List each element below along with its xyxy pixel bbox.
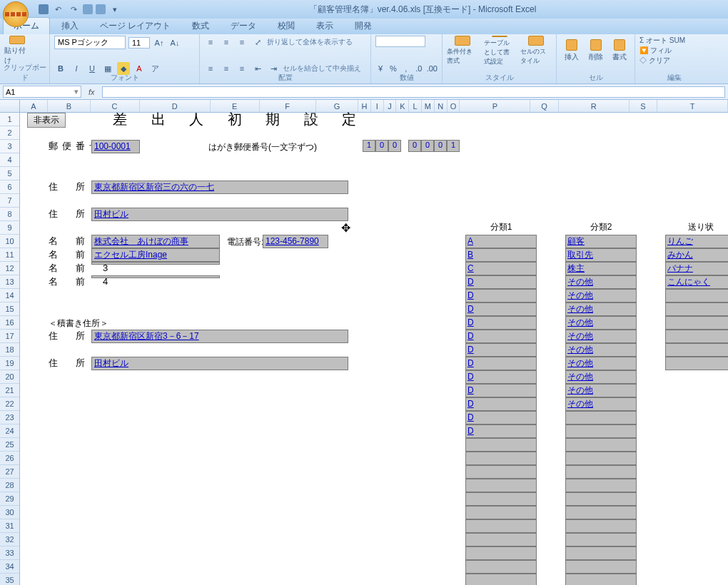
cat1-cell-21[interactable] xyxy=(465,519,537,533)
align-bot-icon[interactable]: ≡ xyxy=(236,36,248,49)
addr2-input[interactable]: 田村ビル xyxy=(91,208,348,221)
fx-icon[interactable]: fx xyxy=(84,88,99,96)
cat2-cell-4[interactable]: その他 xyxy=(565,289,637,302)
undo-icon[interactable]: ↶ xyxy=(51,3,64,16)
col-header-Q[interactable]: Q xyxy=(530,100,559,112)
worksheet-grid[interactable]: ABCDEFGHIJKLMNOPQRST 1234567891011121314… xyxy=(0,100,728,585)
col-header-J[interactable]: J xyxy=(384,100,397,112)
col-header-R[interactable]: R xyxy=(559,100,630,112)
col-header-P[interactable]: P xyxy=(460,100,530,112)
align-top-icon[interactable]: ≡ xyxy=(204,36,217,49)
row-header-8[interactable]: 8 xyxy=(0,208,19,221)
row-header-7[interactable]: 7 xyxy=(0,194,19,208)
cat2-cell-18[interactable] xyxy=(565,479,637,492)
cat2-cell-5[interactable]: その他 xyxy=(565,302,637,316)
row-header-18[interactable]: 18 xyxy=(0,343,19,357)
cat2-cell-11[interactable]: その他 xyxy=(565,384,637,397)
send-cell-6[interactable] xyxy=(665,316,728,330)
send-cell-4[interactable] xyxy=(665,289,728,302)
cat1-cell-6[interactable]: D xyxy=(465,316,537,330)
cat1-cell-23[interactable] xyxy=(465,546,537,560)
qat-dropdown-icon[interactable]: ▾ xyxy=(108,3,121,16)
orient-icon[interactable]: ⤢ xyxy=(251,36,264,49)
name2-input[interactable]: エクセル工房Inage xyxy=(91,248,220,262)
format-cells-button[interactable]: 書式 xyxy=(609,36,630,66)
cat2-cell-0[interactable]: 顧客 xyxy=(565,235,637,248)
tab-formulas[interactable]: 数式 xyxy=(182,18,219,34)
col-header-M[interactable]: M xyxy=(422,100,435,112)
cat2-cell-3[interactable]: その他 xyxy=(565,275,637,289)
cat2-cell-12[interactable]: その他 xyxy=(565,397,637,411)
row-header-13[interactable]: 13 xyxy=(0,275,19,289)
cat1-cell-0[interactable]: A xyxy=(465,235,537,248)
row-header-19[interactable]: 19 xyxy=(0,357,19,370)
number-format-select[interactable] xyxy=(375,36,425,47)
send-cell-9[interactable] xyxy=(665,357,728,370)
cat2-cell-22[interactable] xyxy=(565,533,637,546)
postcard-zip-6[interactable]: 1 xyxy=(447,140,460,152)
tab-insert[interactable]: 挿入 xyxy=(51,18,89,34)
cat2-cell-21[interactable] xyxy=(565,519,637,533)
row-header-30[interactable]: 30 xyxy=(0,506,19,519)
row-header-31[interactable]: 31 xyxy=(0,519,19,533)
cat1-cell-19[interactable] xyxy=(465,492,537,506)
row-header-27[interactable]: 27 xyxy=(0,465,19,479)
send-cell-7[interactable] xyxy=(665,330,728,343)
col-header-O[interactable]: O xyxy=(448,100,460,112)
send-cell-2[interactable]: バナナ xyxy=(665,262,728,275)
cat1-cell-22[interactable] xyxy=(465,533,537,546)
cat2-cell-17[interactable] xyxy=(565,465,637,479)
save-icon[interactable] xyxy=(39,4,49,14)
cat2-cell-24[interactable] xyxy=(565,560,637,574)
row-header-11[interactable]: 11 xyxy=(0,248,19,262)
cat2-cell-9[interactable]: その他 xyxy=(565,357,637,370)
cat2-cell-16[interactable] xyxy=(565,452,637,465)
row-header-28[interactable]: 28 xyxy=(0,479,19,492)
hide-button[interactable]: 非表示 xyxy=(27,113,66,128)
col-header-N[interactable]: N xyxy=(435,100,448,112)
row-header-23[interactable]: 23 xyxy=(0,411,19,424)
decrease-font-icon[interactable]: A↓ xyxy=(168,36,181,49)
autosum-button[interactable]: Σ オート SUM xyxy=(639,36,709,46)
increase-font-icon[interactable]: A↑ xyxy=(153,36,166,49)
row-header-10[interactable]: 10 xyxy=(0,235,19,248)
cat2-cell-13[interactable] xyxy=(565,411,637,424)
cat1-cell-25[interactable] xyxy=(465,574,537,585)
postcard-zip-1[interactable]: 0 xyxy=(375,140,388,152)
font-name-select[interactable]: MS Pゴシック xyxy=(54,36,126,49)
row-header-2[interactable]: 2 xyxy=(0,126,19,140)
col-header-K[interactable]: K xyxy=(396,100,409,112)
cat1-cell-8[interactable]: D xyxy=(465,343,537,357)
row-header-29[interactable]: 29 xyxy=(0,492,19,506)
postcard-zip-4[interactable]: 0 xyxy=(421,140,434,152)
clear-button[interactable]: ◇ クリア xyxy=(639,56,709,66)
cat2-cell-7[interactable]: その他 xyxy=(565,330,637,343)
cat2-cell-8[interactable]: その他 xyxy=(565,343,637,357)
cat2-cell-19[interactable] xyxy=(565,492,637,506)
cat1-cell-3[interactable]: D xyxy=(465,275,537,289)
cat1-cell-12[interactable]: D xyxy=(465,397,537,411)
tab-dev[interactable]: 開発 xyxy=(345,18,382,34)
cat1-cell-24[interactable] xyxy=(465,560,537,574)
cat1-cell-18[interactable] xyxy=(465,479,537,492)
tab-data[interactable]: データ xyxy=(221,18,266,34)
cat1-cell-10[interactable]: D xyxy=(465,370,537,384)
cat2-cell-2[interactable]: 株主 xyxy=(565,262,637,275)
send-cell-3[interactable]: こんにゃく xyxy=(665,275,728,289)
col-header-T[interactable]: T xyxy=(657,100,728,112)
name4-input[interactable] xyxy=(91,275,220,278)
cat1-cell-4[interactable]: D xyxy=(465,289,537,302)
cat1-cell-16[interactable] xyxy=(465,452,537,465)
row-header-12[interactable]: 12 xyxy=(0,262,19,275)
col-header-A[interactable]: A xyxy=(20,100,49,112)
send-cell-8[interactable] xyxy=(665,343,728,357)
row-header-16[interactable]: 16 xyxy=(0,316,19,330)
cat1-cell-13[interactable]: D xyxy=(465,411,537,424)
font-size-select[interactable]: 11 xyxy=(128,37,150,49)
send-cell-1[interactable]: みかん xyxy=(665,248,728,262)
insert-cells-button[interactable]: 挿入 xyxy=(561,36,582,66)
cat1-cell-14[interactable]: D xyxy=(465,424,537,438)
postcard-zip-5[interactable]: 0 xyxy=(434,140,447,152)
cat2-cell-23[interactable] xyxy=(565,546,637,560)
row-header-4[interactable]: 4 xyxy=(0,153,19,167)
